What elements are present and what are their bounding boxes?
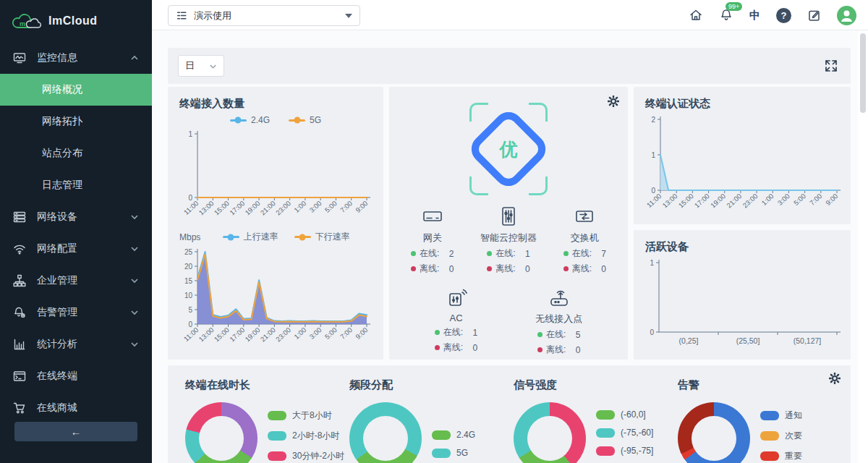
switch-icon [573, 205, 596, 227]
fullscreen-icon [825, 59, 838, 72]
device-status-switch: 交换机 在线: 7 离线: 0 [563, 205, 606, 275]
help-button[interactable]: ? [776, 8, 791, 23]
home-button[interactable] [689, 8, 703, 22]
sidebar-item-alarm-management[interactable]: 告警管理 [0, 297, 152, 328]
user-avatar[interactable] [837, 6, 856, 25]
legend-item[interactable]: 下行速率 [294, 231, 350, 243]
monitor-submenu: 网络概况 网络拓扑 站点分布 日志管理 [0, 74, 152, 201]
legend-item[interactable]: (-75,-60] [596, 428, 653, 438]
cart-icon [13, 402, 26, 415]
language-button[interactable]: 中 [749, 9, 760, 22]
toolbar: 日 [168, 48, 851, 84]
notifications-button[interactable]: 99+ [719, 8, 733, 22]
device-status-row: 网关 在线: 2 离线: 0 智能云控制器 在线: 1 离线: 0 [389, 205, 628, 275]
feedback-button[interactable] [807, 9, 821, 22]
legend-item[interactable]: 上行速率 [223, 231, 278, 243]
legend-item[interactable]: 30分钟-2小时 [268, 450, 344, 462]
sidebar-item-online-mall[interactable]: 在线商城 [0, 392, 152, 424]
scrollbar-thumb[interactable] [860, 33, 866, 113]
corner-bracket-icon [469, 177, 488, 195]
ac-icon [445, 286, 468, 308]
sidebar-item-site-distribution[interactable]: 站点分布 [0, 137, 152, 169]
svg-text:23:00: 23:00 [274, 326, 292, 343]
list-icon [176, 9, 188, 22]
legend-item[interactable]: 通知 [760, 409, 802, 422]
auth-status-panel: 终端认证状态 01211:0013:0015:0017:0019:0021:00… [634, 87, 851, 224]
legend-item[interactable]: 重要 [760, 450, 802, 462]
svg-text:1:00: 1:00 [760, 192, 775, 207]
active-devices-chart: 01(0,25](25,50](50,127] [640, 255, 844, 351]
panel-settings-button[interactable] [829, 373, 841, 387]
svg-text:11:00: 11:00 [182, 326, 200, 343]
caret-down-icon [345, 14, 352, 18]
device-status-cloud-controller: 智能云控制器 在线: 1 离线: 0 [480, 205, 537, 275]
sidebar-item-network-config[interactable]: 网络配置 [0, 233, 152, 265]
online-dot [487, 251, 492, 256]
svg-text:0: 0 [651, 187, 655, 195]
legend-item[interactable]: 次要 [760, 430, 802, 442]
chevron-down-icon [130, 340, 139, 349]
online-dot [411, 251, 416, 256]
legend-item[interactable]: 5G [432, 448, 475, 458]
donut-legend: (-60,0] (-75,-60] (-95,-75] [596, 409, 653, 463]
notification-badge: 99+ [726, 2, 742, 11]
sidebar-item-network-topology[interactable]: 网络拓扑 [0, 106, 152, 137]
sidebar-item-online-terminal[interactable]: 在线终端 [0, 360, 152, 392]
offline-dot [487, 266, 492, 271]
sidebar-item-monitor[interactable]: 监控信息 [0, 42, 152, 74]
monitor-icon [13, 51, 26, 64]
svg-text:15:00: 15:00 [213, 326, 231, 343]
offline-dot [563, 266, 569, 271]
legend-item[interactable]: 2.4G [230, 115, 270, 125]
legend-item[interactable]: (-95,-75] [596, 446, 653, 456]
sidebar-item-enterprise[interactable]: 企业管理 [0, 265, 152, 297]
sidebar-item-network-overview[interactable]: 网络概况 [0, 74, 152, 106]
svg-text:11:00: 11:00 [645, 192, 663, 209]
left-arrow-icon: ← [71, 425, 82, 438]
gear-icon [608, 95, 619, 107]
corner-bracket-icon [469, 103, 488, 122]
panel-title: 活跃设备 [634, 230, 851, 254]
online-duration-column: 终端在线时长 大于8小时 2小时-8小时 30分钟-2小时 [181, 378, 345, 463]
sidebar-item-statistics[interactable]: 统计分析 [0, 328, 152, 360]
panel-title: 终端接入数量 [168, 87, 383, 111]
svg-text:5:00: 5:00 [792, 192, 807, 207]
legend-item[interactable]: 5G [289, 115, 321, 125]
svg-text:1: 1 [650, 259, 654, 267]
svg-text:15:00: 15:00 [677, 192, 695, 209]
legend-item[interactable]: 2小时-8小时 [268, 430, 344, 442]
svg-text:13:00: 13:00 [197, 199, 216, 216]
svg-text:13:00: 13:00 [197, 326, 216, 343]
chevron-down-icon [130, 308, 139, 317]
brand-logo[interactable]: m ImCloud [0, 0, 152, 42]
legend-item[interactable]: (-60,0] [596, 409, 653, 420]
svg-text:m: m [20, 20, 25, 27]
svg-text:3:00: 3:00 [307, 199, 323, 214]
legend-item[interactable]: 大于8小时 [268, 409, 344, 422]
svg-text:21:00: 21:00 [259, 199, 277, 216]
panel-settings-button[interactable] [608, 95, 619, 110]
svg-text:9:00: 9:00 [354, 326, 369, 341]
time-range-select[interactable]: 日 [178, 55, 224, 77]
svg-text:9:00: 9:00 [824, 192, 839, 207]
topbar-actions: 99+ 中 ? [689, 0, 856, 30]
svg-text:7:00: 7:00 [339, 199, 354, 214]
legend-item[interactable]: 2.4G [432, 430, 475, 440]
main-content: 日 终端接入数量 2.4G 5G [152, 30, 868, 463]
scrollbar[interactable] [858, 30, 868, 463]
auth-status-chart: 01211:0013:0015:0017:0019:0021:0023:001:… [640, 112, 844, 221]
svg-text:(50,127]: (50,127] [793, 336, 822, 345]
time-range-value: 日 [185, 59, 195, 72]
sidebar-item-log-management[interactable]: 日志管理 [0, 169, 152, 201]
scope-select[interactable]: 演示使用 [168, 5, 360, 26]
svg-text:1:00: 1:00 [292, 199, 307, 214]
sidebar-collapse-button[interactable]: ← [14, 422, 137, 441]
fullscreen-button[interactable] [825, 59, 838, 75]
terminal-access-panel: 终端接入数量 2.4G 5G 0111:0013:0015:0017:0019:… [168, 87, 383, 360]
panel-title: 告警 [678, 378, 838, 392]
svg-text:1: 1 [188, 130, 192, 138]
org-chart-icon [13, 274, 26, 287]
access-chart-legend: 2.4G 5G [168, 115, 383, 125]
svg-text:(0,25]: (0,25] [679, 336, 699, 345]
sidebar-item-network-devices[interactable]: 网络设备 [0, 201, 152, 233]
